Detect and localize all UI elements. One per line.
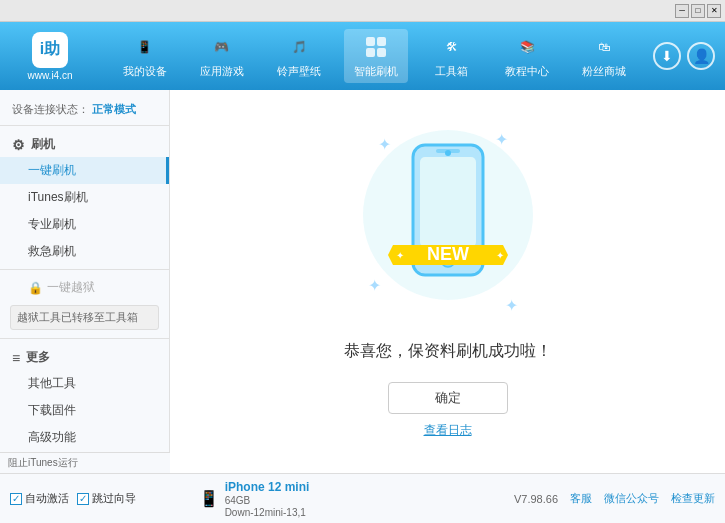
jailbreak-section-label: 一键越狱 — [47, 279, 95, 296]
toolbox-icon: 🛠 — [438, 33, 466, 61]
user-button[interactable]: 👤 — [687, 42, 715, 70]
status-bar: 设备连接状态： 正常模式 — [0, 98, 169, 126]
sidebar-item-other-tools[interactable]: 其他工具 — [0, 370, 169, 397]
nav-item-fanfou[interactable]: 🛍 粉丝商城 — [572, 29, 636, 83]
svg-point-9 — [445, 150, 451, 156]
top-nav: i助 www.i4.cn 📱 我的设备 🎮 应用游戏 🎵 铃声壁纸 — [0, 22, 725, 90]
status-label: 设备连接状态： — [12, 103, 89, 115]
my-device-icon: 📱 — [131, 33, 159, 61]
close-button[interactable]: ✕ — [707, 4, 721, 18]
wechat-public-link[interactable]: 微信公众号 — [604, 491, 659, 506]
window-controls: ─ □ ✕ — [675, 4, 721, 18]
logo-icon: i助 — [32, 32, 68, 68]
toolbox-label: 工具箱 — [435, 64, 468, 79]
sidebar-item-advanced[interactable]: 高级功能 — [0, 424, 169, 451]
version-text: V7.98.66 — [514, 493, 558, 505]
apps-games-label: 应用游戏 — [200, 64, 244, 79]
nav-item-my-device[interactable]: 📱 我的设备 — [113, 29, 177, 83]
sidebar-divider-2 — [0, 338, 169, 339]
auto-connect-label: 自动激活 — [25, 491, 69, 506]
smart-flash-icon — [362, 33, 390, 61]
device-info: iPhone 12 mini 64GB Down-12mini-13,1 — [225, 480, 310, 518]
sidebar-item-itunes-flash[interactable]: iTunes刷机 — [0, 184, 169, 211]
flash-section-icon: ⚙ — [12, 137, 25, 153]
itunes-status: 阻止iTunes运行 — [0, 452, 170, 473]
svg-rect-2 — [366, 48, 375, 57]
my-device-label: 我的设备 — [123, 64, 167, 79]
maximize-button[interactable]: □ — [691, 4, 705, 18]
title-bar: ─ □ ✕ — [0, 0, 725, 22]
sidebar-divider-1 — [0, 269, 169, 270]
skip-wizard-checkbox[interactable]: ✓ 跳过向导 — [77, 491, 136, 506]
logo-icon-text: i助 — [40, 39, 60, 60]
jailbreak-notice: 越狱工具已转移至工具箱 — [10, 305, 159, 330]
sidebar-item-download-firmware[interactable]: 下载固件 — [0, 397, 169, 424]
download-button[interactable]: ⬇ — [653, 42, 681, 70]
auto-connect-checkbox[interactable]: ✓ 自动激活 — [10, 491, 69, 506]
skip-wizard-check-icon: ✓ — [77, 493, 89, 505]
logo-area: i助 www.i4.cn — [10, 32, 90, 81]
auto-connect-check-icon: ✓ — [10, 493, 22, 505]
bottom-right: V7.98.66 客服 微信公众号 检查更新 — [514, 491, 715, 506]
phone-svg: NEW ✦ ✦ — [358, 125, 538, 325]
checkbox-area: ✓ 自动激活 ✓ 跳过向导 — [10, 491, 183, 506]
ringtones-label: 铃声壁纸 — [277, 64, 321, 79]
sidebar-item-pro-flash[interactable]: 专业刷机 — [0, 211, 169, 238]
smart-flash-label: 智能刷机 — [354, 64, 398, 79]
nav-items: 📱 我的设备 🎮 应用游戏 🎵 铃声壁纸 智能刷机 🛠 工具箱 — [106, 29, 643, 83]
content-area: ✦ ✦ ✦ ✦ NEW — [170, 90, 725, 473]
confirm-button[interactable]: 确定 — [388, 382, 508, 414]
nav-item-tutorial[interactable]: 📚 教程中心 — [495, 29, 559, 83]
nav-item-smart-flash[interactable]: 智能刷机 — [344, 29, 408, 83]
sidebar-section-more: ≡ 更多 — [0, 343, 169, 370]
logo-url: www.i4.cn — [27, 70, 72, 81]
svg-text:✦: ✦ — [396, 250, 404, 261]
more-section-label: 更多 — [26, 349, 50, 366]
device-icon: 📱 — [199, 489, 219, 508]
apps-games-icon: 🎮 — [208, 33, 236, 61]
lock-icon: 🔒 — [28, 281, 43, 295]
sidebar-item-one-key-flash[interactable]: 一键刷机 — [0, 157, 169, 184]
svg-rect-3 — [377, 48, 386, 57]
sidebar-item-restore-flash[interactable]: 救急刷机 — [0, 238, 169, 265]
more-section-icon: ≡ — [12, 350, 20, 366]
fanfou-label: 粉丝商城 — [582, 64, 626, 79]
device-name: iPhone 12 mini — [225, 480, 310, 494]
phone-illustration: ✦ ✦ ✦ ✦ NEW — [358, 125, 538, 325]
svg-rect-6 — [420, 157, 476, 247]
nav-item-ringtones[interactable]: 🎵 铃声壁纸 — [267, 29, 331, 83]
svg-rect-1 — [377, 37, 386, 46]
nav-right: ⬇ 👤 — [653, 42, 715, 70]
nav-item-apps-games[interactable]: 🎮 应用游戏 — [190, 29, 254, 83]
goto-daily-link[interactable]: 查看日志 — [424, 422, 472, 439]
nav-item-toolbox[interactable]: 🛠 工具箱 — [422, 29, 482, 83]
sidebar: 设备连接状态： 正常模式 ⚙ 刷机 一键刷机 iTunes刷机 专业刷机 救急刷… — [0, 90, 170, 473]
success-text: 恭喜您，保资料刷机成功啦！ — [344, 341, 552, 362]
tutorial-icon: 📚 — [513, 33, 541, 61]
svg-rect-0 — [366, 37, 375, 46]
minimize-button[interactable]: ─ — [675, 4, 689, 18]
customer-service-link[interactable]: 客服 — [570, 491, 592, 506]
check-update-link[interactable]: 检查更新 — [671, 491, 715, 506]
device-model: Down-12mini-13,1 — [225, 507, 310, 518]
fanfou-icon: 🛍 — [590, 33, 618, 61]
sidebar-section-jailbreak: 🔒 一键越狱 — [0, 274, 169, 301]
ringtones-icon: 🎵 — [285, 33, 313, 61]
svg-text:NEW: NEW — [427, 244, 469, 264]
skip-wizard-label: 跳过向导 — [92, 491, 136, 506]
device-storage: 64GB — [225, 495, 310, 506]
tutorial-label: 教程中心 — [505, 64, 549, 79]
svg-text:✦: ✦ — [496, 250, 504, 261]
sidebar-section-flash: ⚙ 刷机 — [0, 130, 169, 157]
status-value: 正常模式 — [92, 103, 136, 115]
flash-section-label: 刷机 — [31, 136, 55, 153]
